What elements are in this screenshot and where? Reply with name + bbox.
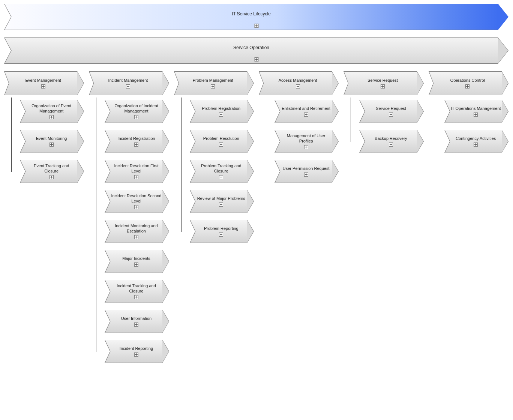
category-label: Incident Management: [94, 71, 161, 95]
expand-icon[interactable]: [296, 84, 300, 88]
expand-icon[interactable]: [255, 24, 259, 28]
category-chevron[interactable]: Incident Management: [89, 71, 169, 95]
tree-connector: [266, 172, 275, 172]
expand-icon[interactable]: [134, 262, 138, 267]
process-label: Incident Resolution First Level: [111, 160, 161, 183]
tree-connector: [266, 112, 275, 112]
tree-connector: [436, 112, 445, 112]
category-chevron[interactable]: Operations Control: [429, 71, 508, 95]
process-label: Incident Resolution Second Level: [111, 190, 161, 213]
tree-connector: [436, 142, 445, 142]
chevron-arrow: [498, 4, 508, 30]
expand-icon[interactable]: [134, 295, 138, 299]
process-label: User Information: [111, 310, 161, 333]
process-node[interactable]: Organization of Event Management: [20, 100, 84, 123]
tree-connector: [11, 142, 20, 142]
expand-icon[interactable]: [304, 172, 308, 177]
expand-icon[interactable]: [255, 57, 259, 62]
process-label: Problem Reporting: [196, 220, 246, 243]
process-node[interactable]: Incident Resolution Second Level: [105, 190, 169, 213]
expand-icon[interactable]: [389, 112, 393, 117]
process-node[interactable]: Incident Monitoring and Escalation: [105, 220, 169, 243]
process-label: Service Request: [366, 100, 416, 123]
expand-icon[interactable]: [474, 142, 478, 147]
process-node[interactable]: Incident Registration: [105, 130, 169, 153]
process-node[interactable]: User Permission Request: [275, 160, 339, 183]
expand-icon[interactable]: [134, 175, 138, 179]
expand-icon[interactable]: [134, 352, 138, 357]
expand-icon[interactable]: [219, 175, 223, 179]
expand-icon[interactable]: [134, 235, 138, 239]
process-node[interactable]: Service Request: [360, 100, 423, 123]
expand-icon[interactable]: [126, 84, 130, 88]
process-label: Problem Registration: [196, 100, 246, 123]
tree-connector: [96, 232, 105, 232]
expand-icon[interactable]: [219, 142, 223, 147]
process-node[interactable]: Problem Tracking and Closure: [190, 160, 254, 183]
category-label: Operations Control: [434, 71, 501, 95]
expand-icon[interactable]: [219, 112, 223, 117]
expand-icon[interactable]: [389, 142, 393, 147]
process-label: Event Tracking and Closure: [26, 160, 76, 183]
tree-connector: [181, 202, 190, 202]
tree-connector: [11, 172, 20, 172]
expand-icon[interactable]: [474, 112, 478, 117]
tree-connector: [266, 142, 275, 142]
expand-icon[interactable]: [41, 84, 45, 88]
tree-connector: [181, 232, 190, 232]
process-node[interactable]: IT Operations Management: [445, 100, 508, 123]
process-node[interactable]: Incident Tracking and Closure: [105, 280, 169, 303]
process-node[interactable]: Major Incidents: [105, 250, 169, 273]
process-node[interactable]: Problem Resolution: [190, 130, 254, 153]
expand-icon[interactable]: [50, 175, 54, 179]
lifecycle-chevron[interactable]: IT Service Lifecycle: [4, 4, 508, 30]
process-node[interactable]: Incident Reporting: [105, 340, 169, 363]
category-label: Problem Management: [180, 71, 246, 95]
process-label: Backup Recovery: [366, 130, 416, 153]
process-label: Contingency Activities: [451, 130, 501, 153]
tree-connector: [96, 292, 105, 292]
chevron-body: [4, 4, 498, 30]
process-label: Major Incidents: [111, 250, 161, 273]
process-node[interactable]: Problem Reporting: [190, 220, 254, 243]
process-node[interactable]: Contingency Activities: [445, 130, 508, 153]
service-operation-label: Service Operation: [4, 45, 498, 50]
category-chevron[interactable]: Event Management: [4, 71, 84, 95]
process-node[interactable]: Review of Major Problems: [190, 190, 254, 213]
category-label: Service Request: [349, 71, 416, 95]
service-operation-chevron[interactable]: Service Operation: [4, 38, 508, 64]
process-node[interactable]: Enlistment and Retirement: [275, 100, 339, 123]
lifecycle-label: IT Service Lifecycle: [4, 11, 498, 16]
category-chevron[interactable]: Problem Management: [174, 71, 254, 95]
expand-icon[interactable]: [219, 202, 223, 207]
tree-connector: [96, 112, 105, 112]
expand-icon[interactable]: [134, 115, 138, 119]
expand-icon[interactable]: [134, 205, 138, 209]
process-node[interactable]: Backup Recovery: [360, 130, 423, 153]
expand-icon[interactable]: [134, 142, 138, 147]
category-label: Event Management: [10, 71, 76, 95]
process-node[interactable]: User Information: [105, 310, 169, 333]
process-node[interactable]: Management of User Profiles: [275, 130, 339, 153]
expand-icon[interactable]: [465, 84, 470, 88]
expand-icon[interactable]: [50, 142, 54, 147]
tree-connector: [351, 142, 360, 142]
process-node[interactable]: Organization of Incident Management: [105, 100, 169, 123]
expand-icon[interactable]: [304, 112, 308, 117]
expand-icon[interactable]: [211, 84, 215, 88]
expand-icon[interactable]: [381, 84, 385, 88]
process-node[interactable]: Event Monitoring: [20, 130, 84, 153]
process-node[interactable]: Incident Resolution First Level: [105, 160, 169, 183]
expand-icon[interactable]: [50, 115, 54, 119]
process-label: Incident Reporting: [111, 340, 161, 363]
process-label: Review of Major Problems: [196, 190, 246, 213]
process-node[interactable]: Event Tracking and Closure: [20, 160, 84, 183]
expand-icon[interactable]: [304, 145, 308, 149]
category-chevron[interactable]: Access Management: [259, 71, 339, 95]
process-label: Organization of Event Management: [26, 100, 76, 123]
process-node[interactable]: Problem Registration: [190, 100, 254, 123]
expand-icon[interactable]: [134, 322, 138, 327]
tree-connector: [181, 142, 190, 142]
expand-icon[interactable]: [219, 232, 223, 237]
category-chevron[interactable]: Service Request: [344, 71, 423, 95]
